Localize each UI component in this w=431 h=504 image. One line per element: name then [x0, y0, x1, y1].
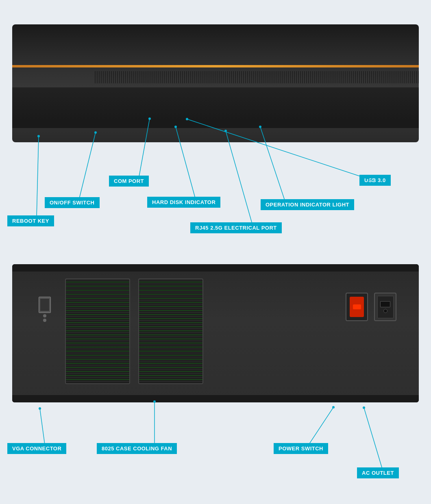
com-port-label: COM PORT: [109, 176, 149, 187]
rj45-label: RJ45 2.5G ELECTRICAL PORT: [190, 222, 282, 233]
vga-screw-1: [43, 314, 46, 317]
bottom-top-strip: [12, 264, 419, 272]
vga-connector-label: VGA CONNECTOR: [7, 443, 66, 454]
bottom-bottom-strip: [12, 395, 419, 402]
ac-hole-round: [383, 309, 387, 313]
power-switch-inner: [350, 297, 364, 317]
fan-1: [65, 278, 130, 384]
on-off-switch-label: ON/OFF SWITCH: [45, 197, 100, 208]
bottom-device: [12, 256, 419, 443]
power-switch-button: [353, 304, 361, 309]
ac-hole-rect: [380, 301, 390, 307]
hard-disk-indicator-label: HARD DISK INDICATOR: [147, 197, 220, 208]
vga-screw-2: [43, 319, 46, 322]
bottom-device-body: [12, 264, 419, 402]
reboot-key-label: REBOOT KEY: [7, 215, 54, 226]
orange-stripe: [12, 65, 419, 67]
bottom-strip: [12, 120, 419, 128]
power-switch-label: POWER SWITCH: [274, 443, 328, 454]
usb-30-label: USB 3.0: [359, 175, 391, 186]
fan-group: [65, 278, 276, 384]
fan-vents-green-1: [66, 279, 129, 383]
power-switch-physical[interactable]: [346, 293, 368, 321]
power-section: [346, 293, 396, 321]
vga-port-physical: [39, 297, 51, 319]
cooling-fan-label: 8025 CASE COOLING FAN: [97, 443, 177, 454]
top-device: COM USB ETH0: [12, 12, 419, 171]
fan-2: [138, 278, 203, 384]
ac-outlet-inner: [377, 296, 394, 318]
fan-vents-green-2: [139, 279, 202, 383]
front-panel: COM USB ETH0: [12, 87, 419, 120]
vga-body: [39, 297, 51, 313]
ac-outlet-label: AC OUTLET: [357, 467, 399, 478]
top-vent: [94, 71, 419, 83]
top-device-body: COM USB ETH0: [12, 24, 419, 142]
operation-indicator-label: OPERATION INDICATOR LIGHT: [261, 199, 354, 210]
ac-outlet-physical: [374, 293, 396, 321]
